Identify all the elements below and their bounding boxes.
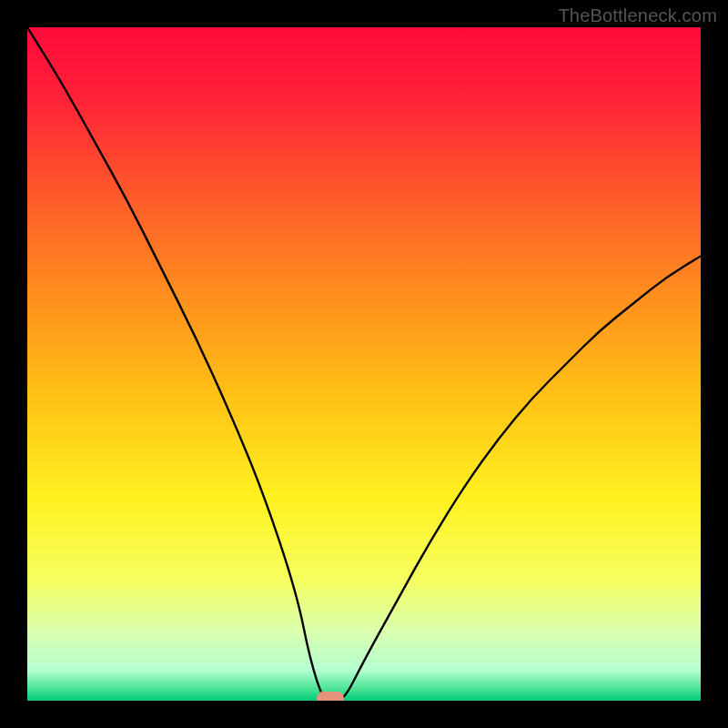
bottleneck-chart-svg bbox=[27, 27, 701, 701]
gradient-background bbox=[27, 27, 701, 701]
chart-frame: TheBottleneck.com bbox=[0, 0, 728, 728]
watermark-text: TheBottleneck.com bbox=[558, 5, 717, 26]
plot-area bbox=[27, 27, 701, 701]
optimal-marker bbox=[317, 692, 344, 701]
